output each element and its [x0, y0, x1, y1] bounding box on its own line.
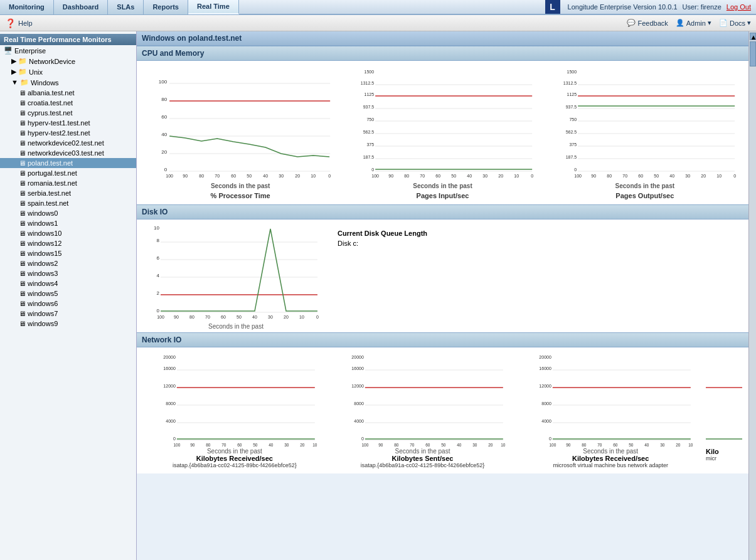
- svg-text:0: 0: [361, 436, 364, 441]
- top-nav-bar: Monitoring Dashboard SLAs Reports Real T…: [0, 0, 756, 15]
- sidebar-item-windows2[interactable]: 🖥windows2: [0, 258, 136, 268]
- svg-text:100: 100: [166, 174, 173, 178]
- sidebar-item-croatia[interactable]: 🖥croatia.test.net: [0, 98, 136, 108]
- cpu-chart-label: Seconds in the past: [142, 182, 339, 189]
- net4-sublabel: micr: [706, 455, 743, 462]
- logout-button[interactable]: Log Out: [727, 3, 751, 11]
- svg-text:100: 100: [361, 443, 368, 446]
- sidebar-item-windows3[interactable]: 🖥windows3: [0, 268, 136, 278]
- tree-icon-hyperv1: 🖥: [19, 119, 26, 127]
- net2-x-label: Seconds in the past: [330, 448, 516, 455]
- sidebar-item-label-windows: Windows: [31, 79, 59, 87]
- tab-monitoring[interactable]: Monitoring: [0, 0, 54, 14]
- sidebar-item-windows12[interactable]: 🖥windows12: [0, 238, 136, 248]
- sidebar-item-windows7[interactable]: 🖥windows7: [0, 309, 136, 319]
- scroll-thumb[interactable]: [750, 41, 756, 66]
- scrollbar[interactable]: ▲: [748, 31, 756, 560]
- svg-text:30: 30: [661, 443, 666, 446]
- net-chart-1-svg: 0 4000 8000 12000 16000 20000 100 90 80: [142, 352, 327, 446]
- sidebar-item-label-spain: spain.test.net: [28, 199, 68, 207]
- sidebar-item-poland[interactable]: 🖥poland.test.net: [0, 158, 136, 168]
- sidebar-item-label-croatia: croatia.test.net: [28, 99, 73, 107]
- network-io-header: Network IO: [137, 332, 748, 347]
- sidebar-item-hyperv1[interactable]: 🖥hyperv-test1.test.net: [0, 118, 136, 128]
- admin-chevron-icon: ▾: [708, 19, 711, 27]
- sidebar-item-networkdevice03[interactable]: 🖥networkdevice03.test.net: [0, 148, 136, 158]
- tree-icon-windows9: 🖥: [19, 320, 26, 327]
- svg-text:16000: 16000: [540, 366, 552, 371]
- sidebar-item-networkdevice02[interactable]: 🖥networkdevice02.test.net: [0, 138, 136, 148]
- sidebar-item-networkdevice[interactable]: ▶ 📁NetworkDevice: [0, 56, 136, 66]
- sidebar-item-label-albania: albania.test.net: [28, 89, 75, 97]
- admin-icon: 👤: [676, 19, 684, 27]
- sidebar-item-label-hyperv1: hyperv-test1.test.net: [28, 119, 90, 127]
- tab-slas[interactable]: SLAs: [108, 0, 144, 14]
- svg-text:80: 80: [607, 174, 612, 178]
- svg-text:2: 2: [157, 290, 160, 296]
- docs-button[interactable]: 📄 Docs ▾: [719, 19, 751, 27]
- tree-icon-networkdevice02: 🖥: [19, 139, 26, 147]
- svg-text:40: 40: [669, 174, 674, 178]
- svg-text:0: 0: [531, 174, 534, 178]
- tab-realtime[interactable]: Real Time: [188, 0, 239, 14]
- svg-text:90: 90: [183, 174, 188, 178]
- sidebar-item-label-cyprus: cyprus.test.net: [28, 109, 73, 117]
- tree-container: 🖥️Enterprise▶ 📁NetworkDevice▶ 📁Unix▼ 📁Wi…: [0, 45, 136, 329]
- svg-text:100: 100: [550, 443, 556, 446]
- sidebar-item-label-windows9: windows9: [28, 320, 58, 327]
- sidebar-item-spain[interactable]: 🖥spain.test.net: [0, 198, 136, 208]
- svg-text:70: 70: [221, 443, 226, 446]
- sidebar-item-windows5[interactable]: 🖥windows5: [0, 288, 136, 298]
- sidebar-item-portugal[interactable]: 🖥portugal.test.net: [0, 168, 136, 178]
- tree-icon-windows7: 🖥: [19, 310, 26, 317]
- tree-icon-windows6: 🖥: [19, 300, 26, 307]
- sidebar-title: Real Time Performance Monitors: [0, 34, 136, 45]
- svg-text:60: 60: [614, 443, 619, 446]
- tab-dashboard[interactable]: Dashboard: [54, 0, 108, 14]
- net2-sublabel: isatap.{4b6ba91a-cc02-4125-89bc-f4266ebf…: [330, 462, 516, 468]
- svg-text:375: 375: [367, 142, 375, 147]
- sidebar-item-label-networkdevice: NetworkDevice: [29, 58, 75, 65]
- sidebar-item-label-windows4: windows4: [28, 280, 58, 287]
- net2-title: Kilobytes Sent/sec: [330, 455, 516, 462]
- svg-text:30: 30: [685, 174, 690, 178]
- net-chart-2-container: 0 4000 8000 12000 16000 20000 100 90 80 …: [330, 352, 516, 468]
- sidebar-item-label-windows5: windows5: [28, 290, 58, 297]
- sidebar-item-windows0[interactable]: 🖥windows0: [0, 208, 136, 218]
- svg-text:90: 90: [591, 174, 596, 178]
- sidebar-item-windows[interactable]: ▼ 📁Windows: [0, 77, 136, 88]
- svg-text:90: 90: [174, 315, 179, 319]
- svg-text:20: 20: [284, 315, 289, 319]
- svg-text:0: 0: [328, 174, 331, 178]
- sidebar-item-romania[interactable]: 🖥romania.test.net: [0, 178, 136, 188]
- svg-text:30: 30: [268, 315, 273, 319]
- svg-text:40: 40: [457, 443, 462, 446]
- sidebar-item-enterprise[interactable]: 🖥️Enterprise: [0, 45, 136, 56]
- svg-text:4000: 4000: [354, 419, 364, 423]
- scroll-up-arrow[interactable]: ▲: [750, 33, 756, 40]
- sidebar-item-windows6[interactable]: 🖥windows6: [0, 298, 136, 309]
- sidebar-item-albania[interactable]: 🖥albania.test.net: [0, 88, 136, 98]
- svg-text:10: 10: [312, 443, 317, 446]
- tree-icon-windows2: 🖥: [19, 260, 26, 267]
- sidebar-item-windows9[interactable]: 🖥windows9: [0, 319, 136, 329]
- sidebar-item-windows1[interactable]: 🖥windows1: [0, 218, 136, 228]
- feedback-button[interactable]: 💬 Feedback: [627, 19, 668, 27]
- sidebar-item-cyprus[interactable]: 🖥cyprus.test.net: [0, 108, 136, 118]
- net3-x-label: Seconds in the past: [518, 448, 703, 455]
- tab-reports[interactable]: Reports: [144, 0, 188, 14]
- svg-text:0: 0: [164, 167, 168, 172]
- second-bar: ❓ Help 💬 Feedback 👤 Admin ▾ 📄 Docs ▾: [0, 15, 756, 31]
- sidebar-item-unix[interactable]: ▶ 📁Unix: [0, 66, 136, 77]
- svg-text:562.5: 562.5: [565, 130, 577, 134]
- sidebar-item-serbia[interactable]: 🖥serbia.test.net: [0, 188, 136, 198]
- svg-text:40: 40: [252, 315, 257, 319]
- sidebar-item-windows15[interactable]: 🖥windows15: [0, 248, 136, 258]
- content-area: Windows on poland.test.net CPU and Memor…: [137, 31, 748, 560]
- pages-input-chart-container: 0 187.5 375 562.5 750 937.5 1125 1312.5 …: [344, 66, 541, 199]
- admin-button[interactable]: 👤 Admin ▾: [676, 19, 711, 27]
- sidebar-item-windows4[interactable]: 🖥windows4: [0, 278, 136, 288]
- help-button[interactable]: ❓ Help: [5, 18, 33, 28]
- sidebar-item-hyperv2[interactable]: 🖥hyperv-test2.test.net: [0, 128, 136, 138]
- sidebar-item-windows10[interactable]: 🖥windows10: [0, 228, 136, 238]
